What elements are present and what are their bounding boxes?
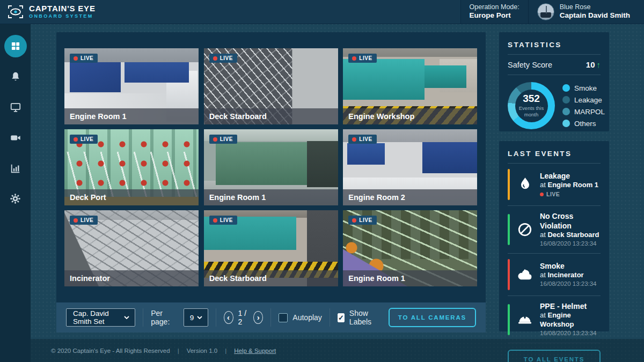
legend-item-others: Others <box>562 120 605 128</box>
divider <box>330 308 330 327</box>
page-indicator: 1 / 2 <box>238 309 249 326</box>
arrow-up-icon: ↑ <box>597 60 601 69</box>
live-dot-icon <box>352 137 356 142</box>
sidebar-item-settings[interactable] <box>0 183 31 214</box>
camera-label: Deck Starboard <box>204 108 338 124</box>
legend-dot <box>562 84 570 92</box>
to-all-cameras-button[interactable]: TO ALL CAMERAS <box>389 308 476 327</box>
event-item-leakage[interactable]: Leakage at Engine Room 1 LIVE <box>508 164 601 205</box>
vessel-name: Blue Rose <box>560 3 630 12</box>
brand-logo: CAPTAIN'S EYE ONBOARD SYSTEM <box>0 0 460 24</box>
live-dot-icon <box>74 137 78 142</box>
live-dot-icon <box>213 137 217 142</box>
legend-dot <box>562 96 570 104</box>
chevron-down-icon <box>197 316 202 319</box>
smoke-cloud-icon <box>515 267 535 282</box>
live-badge: LIVE <box>348 54 376 63</box>
camera-tile-3[interactable]: LIVE Engine Workshop <box>343 48 477 124</box>
statistics-panel: STATISTICS Safety Score 10↑ 352 Events t… <box>499 32 609 131</box>
copyright-text: © 2020 Captain's Eye - All Rights Reserv… <box>51 348 170 354</box>
safety-score-row: Safety Score 10↑ <box>508 55 601 75</box>
gear-icon <box>9 193 21 205</box>
last-events-title: LAST EVENTS <box>508 150 601 158</box>
safety-score-value: 10↑ <box>586 60 601 69</box>
divider <box>508 75 601 75</box>
autoplay-checkbox[interactable] <box>279 313 288 322</box>
camera-tile-2[interactable]: LIVE Deck Starboard <box>204 48 338 124</box>
show-labels-checkbox[interactable]: ✓ <box>338 313 345 322</box>
operation-mode-value: Europe Port <box>470 11 519 20</box>
camera-grid: LIVE Engine Room 1 LIVE Deck Starboard L… <box>64 48 478 286</box>
autoplay-checkbox-row[interactable]: Autoplay <box>279 313 321 322</box>
live-badge: LIVE <box>70 135 98 144</box>
per-page-select[interactable]: 9 <box>184 308 208 327</box>
prev-page-button[interactable]: ‹ <box>224 311 233 324</box>
live-badge: LIVE <box>70 216 98 225</box>
last-events-panel: LAST EVENTS Leakage at Engine Room 1 LIV… <box>499 141 609 331</box>
user-name: Captain David Smith <box>560 11 630 20</box>
event-item-smoke[interactable]: Smoke at Incinerator 16/08/2020 13:23:34 <box>508 254 601 295</box>
sidebar-item-cameras[interactable] <box>0 122 31 153</box>
user-avatar <box>537 3 554 20</box>
event-severity-bar <box>508 259 510 290</box>
camera-tile-9[interactable]: LIVE Engine Room 1 <box>343 210 477 286</box>
live-dot-icon <box>213 218 217 223</box>
sidebar-item-monitors[interactable] <box>0 92 31 122</box>
camera-wall-panel: LIVE Engine Room 1 LIVE Deck Starboard L… <box>56 32 486 333</box>
sidebar-item-dashboard[interactable] <box>0 31 31 61</box>
camera-label: Deck Starboard <box>204 270 338 286</box>
dashboard-grid-icon <box>4 35 27 57</box>
operation-mode-label: Operation Mode: <box>470 3 519 12</box>
help-support-link[interactable]: Help & Support <box>234 348 276 354</box>
monitor-icon <box>10 101 21 113</box>
event-timestamp: 16/08/2020 13:23:34 <box>540 329 601 337</box>
brand-subtitle: ONBOARD SYSTEM <box>29 14 96 19</box>
divider: | <box>178 348 179 354</box>
live-dot-icon <box>352 56 356 61</box>
event-timestamp: 16/08/2020 13:23:34 <box>540 280 597 288</box>
statistics-title: STATISTICS <box>508 41 601 49</box>
pagination: ‹ 1 / 2 › <box>224 309 264 326</box>
camera-tile-1[interactable]: LIVE Engine Room 1 <box>64 48 199 124</box>
camera-tile-8[interactable]: LIVE Deck Starboard <box>204 210 338 286</box>
camera-set-select[interactable]: Cap. David Smith Set <box>66 308 135 327</box>
event-item-no-cross-violation[interactable]: No Cross Violation at Deck Starboard 16/… <box>508 206 601 253</box>
top-bar: CAPTAIN'S EYE ONBOARD SYSTEM Operation M… <box>0 0 644 24</box>
event-live-status: LIVE <box>540 191 598 198</box>
live-dot-icon <box>74 56 78 61</box>
sidebar-item-notifications[interactable] <box>0 61 31 92</box>
show-labels-checkbox-row[interactable]: ✓ Show Labels <box>338 309 381 326</box>
divider <box>270 308 271 327</box>
live-badge: LIVE <box>348 135 376 144</box>
camera-tile-4[interactable]: LIVE Deck Port <box>64 129 199 205</box>
version-text: Version 1.0 <box>187 348 218 354</box>
camera-tile-5[interactable]: LIVE Engine Room 1 <box>204 129 338 205</box>
operation-mode: Operation Mode: Europe Port <box>460 0 528 24</box>
donut-ring: 352 Events this month <box>508 82 555 129</box>
no-entry-icon <box>515 221 535 238</box>
live-dot-icon <box>540 193 544 196</box>
app-window: CAPTAIN'S EYE ONBOARD SYSTEM Operation M… <box>0 0 644 362</box>
camera-tile-7[interactable]: LIVE Incinerator <box>64 210 199 286</box>
legend-item-smoke: Smoke <box>562 84 605 92</box>
live-badge: LIVE <box>70 54 98 63</box>
sidebar-item-statistics[interactable] <box>0 153 31 183</box>
helmet-icon <box>515 313 535 327</box>
legend-item-leakage: Leakage <box>562 96 605 104</box>
camera-label: Deck Port <box>64 189 199 205</box>
events-caption: Events this month <box>517 105 545 118</box>
live-dot-icon <box>74 218 78 223</box>
video-camera-icon <box>10 132 21 144</box>
event-item-ppe-helmet[interactable]: PPE - Helmet at Engine Workshop 16/08/20… <box>508 296 601 343</box>
camera-label: Engine Room 1 <box>343 270 477 286</box>
camera-controls-bar: Cap. David Smith Set Per page: 9 ‹ 1 / 2… <box>56 302 486 333</box>
camera-tile-6[interactable]: LIVE Engine Room 2 <box>343 129 477 205</box>
footer: © 2020 Captain's Eye - All Rights Reserv… <box>31 339 644 362</box>
next-page-button[interactable]: › <box>253 311 263 324</box>
user-menu[interactable]: Blue Rose Captain David Smith <box>528 0 644 24</box>
per-page-label: Per page: <box>151 309 175 326</box>
legend-item-marpol: MARPOL <box>562 108 605 116</box>
divider <box>143 308 143 327</box>
safety-score-label: Safety Score <box>508 61 552 69</box>
events-count: 352 <box>523 93 540 104</box>
